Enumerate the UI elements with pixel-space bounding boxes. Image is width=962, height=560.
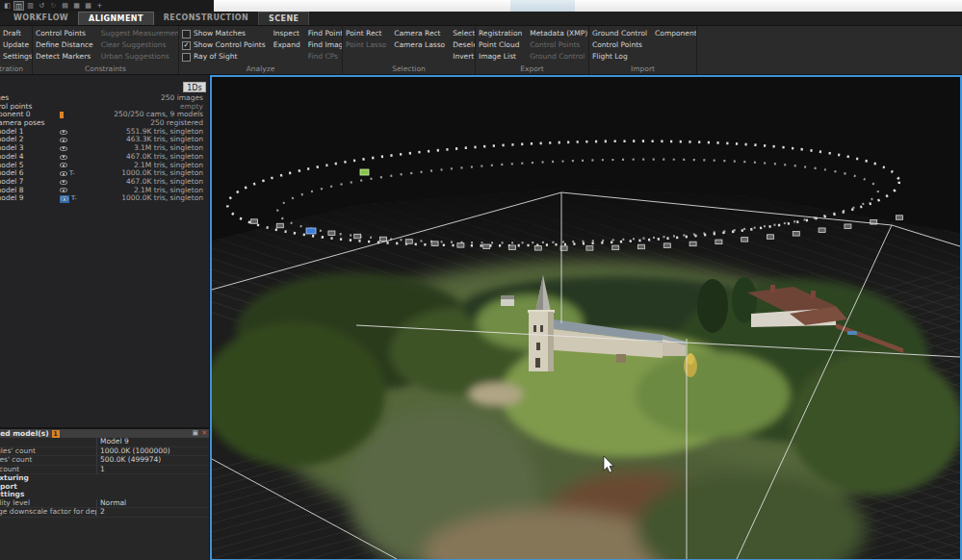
- camera-icon[interactable]: [276, 223, 283, 228]
- tab-workflow[interactable]: WORKFLOW: [4, 12, 78, 25]
- visibility-eye-icon[interactable]: [60, 188, 67, 192]
- camera-icon[interactable]: [509, 245, 516, 250]
- camera-icon[interactable]: [689, 242, 696, 246]
- camera-icon[interactable]: [741, 238, 748, 242]
- draft-button[interactable]: Draft: [3, 28, 33, 39]
- ray-of-sight-checkbox[interactable]: Ray of Sight: [182, 51, 266, 63]
- highlighted-camera-icon[interactable]: [360, 169, 369, 175]
- image-list-button[interactable]: Image List: [479, 51, 522, 63]
- tree-row-model-4[interactable]: model 4467.0K tris, singleton: [0, 153, 209, 162]
- camera-icon[interactable]: [483, 244, 490, 249]
- selected-camera-icon[interactable]: [306, 228, 316, 234]
- camera-icon[interactable]: [328, 231, 335, 236]
- tree-row-model-9[interactable]: model 9T-1000.0K tris, singleton: [0, 194, 209, 203]
- redo-icon[interactable]: ↻: [48, 1, 59, 11]
- tree-row-model-8[interactable]: model 82.1M tris, singleton: [0, 187, 209, 195]
- visibility-eye-icon[interactable]: [60, 138, 67, 142]
- layout-dense-icon[interactable]: ▩: [83, 1, 93, 11]
- control-points-button[interactable]: Control Points: [36, 28, 93, 39]
- tree-row-model-3[interactable]: model 33.1M tris, singleton: [0, 144, 209, 153]
- add-view-icon[interactable]: +: [94, 1, 105, 11]
- find-images-button[interactable]: Find Images: [308, 39, 343, 51]
- visibility-eye-icon[interactable]: [60, 180, 67, 185]
- camera-icon[interactable]: [431, 242, 438, 246]
- tab-alignment[interactable]: ALIGNMENT: [78, 12, 154, 25]
- layout-single-icon[interactable]: ◧: [2, 1, 13, 11]
- viewport-canvas[interactable]: [212, 77, 960, 559]
- ground-control-button[interactable]: Ground Control: [592, 28, 647, 39]
- camera-icon[interactable]: [819, 228, 825, 233]
- component-button[interactable]: Component: [655, 28, 697, 39]
- camera-lasso-button[interactable]: Camera Lasso: [394, 39, 445, 51]
- dock-icon[interactable]: ▣: [193, 429, 199, 438]
- tree-row-model-1[interactable]: model 1551.9K tris, singleton: [0, 128, 209, 137]
- camera-icon[interactable]: [534, 246, 541, 251]
- camera-icon[interactable]: [612, 245, 619, 249]
- tree-row-component-0[interactable]: component 0250/250 cams, 9 models: [0, 111, 209, 119]
- tree-row-model-7[interactable]: model 7467.0K tris, singleton: [0, 178, 209, 187]
- undo-icon[interactable]: ↺: [37, 1, 47, 11]
- tree-row-images[interactable]: images250 images: [0, 94, 209, 103]
- property-value[interactable]: 1: [97, 466, 105, 474]
- tree-row-control-points[interactable]: control pointsempty: [0, 103, 209, 112]
- property-value[interactable]: Normal: [97, 499, 126, 508]
- point-rect-button[interactable]: Point Rect: [346, 28, 386, 39]
- camera-icon[interactable]: [767, 235, 774, 240]
- camera-icon[interactable]: [897, 216, 903, 220]
- camera-icon[interactable]: [586, 246, 593, 251]
- close-icon[interactable]: ✕: [201, 429, 207, 438]
- show-control-points-checkbox[interactable]: ✓Show Control Points: [182, 39, 266, 51]
- camera-icon[interactable]: [457, 243, 464, 248]
- visibility-eye-icon[interactable]: [60, 146, 67, 151]
- property-section-export[interactable]: Export: [0, 483, 209, 492]
- control-points-button[interactable]: Control Points: [592, 39, 647, 51]
- detect-markers-button[interactable]: Detect Markers: [36, 51, 93, 63]
- camera-icon[interactable]: [251, 219, 258, 224]
- checkbox-box[interactable]: ✓: [182, 41, 191, 50]
- visibility-eye-icon[interactable]: [60, 130, 67, 135]
- camera-rect-button[interactable]: Camera Rect: [394, 28, 445, 39]
- tab-scene[interactable]: SCENE: [258, 12, 309, 25]
- camera-icon[interactable]: [793, 232, 799, 237]
- property-section-settings[interactable]: Settings: [0, 491, 209, 499]
- property-value[interactable]: 2: [97, 508, 105, 517]
- metadata-xmp-button[interactable]: Metadata (XMP): [530, 28, 587, 39]
- show-matches-checkbox[interactable]: Show Matches: [182, 28, 266, 39]
- layout-split-icon[interactable]: ◫: [13, 1, 24, 11]
- checkbox-box[interactable]: [182, 53, 191, 62]
- tree-row-model-2[interactable]: model 2463.3K tris, singleton: [0, 136, 209, 144]
- flight-log-button[interactable]: Flight Log: [592, 51, 647, 63]
- layout-rows-icon[interactable]: ▤: [60, 1, 70, 11]
- expand-button[interactable]: Expand: [273, 39, 300, 51]
- visibility-eye-icon[interactable]: [61, 196, 68, 201]
- registration-button[interactable]: Registration: [479, 28, 522, 39]
- property-value[interactable]: 1000.0K (1000000): [97, 447, 170, 456]
- invert-button[interactable]: Invert: [453, 51, 476, 63]
- property-section-texturing[interactable]: Texturing: [0, 474, 209, 483]
- camera-icon[interactable]: [354, 234, 361, 239]
- define-distance-button[interactable]: Define Distance: [36, 39, 93, 51]
- visibility-eye-icon[interactable]: [60, 171, 67, 176]
- selected-eye-highlight[interactable]: [60, 195, 69, 203]
- camera-icon[interactable]: [638, 244, 645, 249]
- checkbox-box[interactable]: [182, 30, 191, 38]
- visibility-eye-icon[interactable]: [60, 155, 67, 160]
- settings-button[interactable]: Settings: [3, 51, 33, 63]
- update-button[interactable]: Update: [3, 39, 33, 51]
- visibility-eye-icon[interactable]: [60, 163, 67, 167]
- tab-reconstruction[interactable]: RECONSTRUCTION: [154, 12, 258, 25]
- property-value[interactable]: 500.0K (499974): [97, 456, 161, 465]
- 1ds-button[interactable]: 1Ds: [183, 82, 206, 92]
- camera-icon[interactable]: [715, 240, 722, 244]
- layout-grid-icon[interactable]: ▦: [71, 1, 82, 11]
- find-points-button[interactable]: Find Points: [308, 28, 343, 39]
- inspect-button[interactable]: Inspect: [273, 28, 300, 39]
- deselect-button[interactable]: Deselect: [453, 39, 476, 51]
- camera-icon[interactable]: [663, 243, 670, 248]
- property-value[interactable]: Model 9: [97, 438, 129, 446]
- 3d-viewport[interactable]: [210, 75, 962, 560]
- tree-row-model-6[interactable]: model 6T-1000.0K tris, singleton: [0, 169, 209, 178]
- tree-row-camera-poses[interactable]: camera poses250 registered: [0, 119, 209, 128]
- layout-columns-icon[interactable]: ▥: [25, 1, 36, 11]
- camera-icon[interactable]: [380, 237, 387, 242]
